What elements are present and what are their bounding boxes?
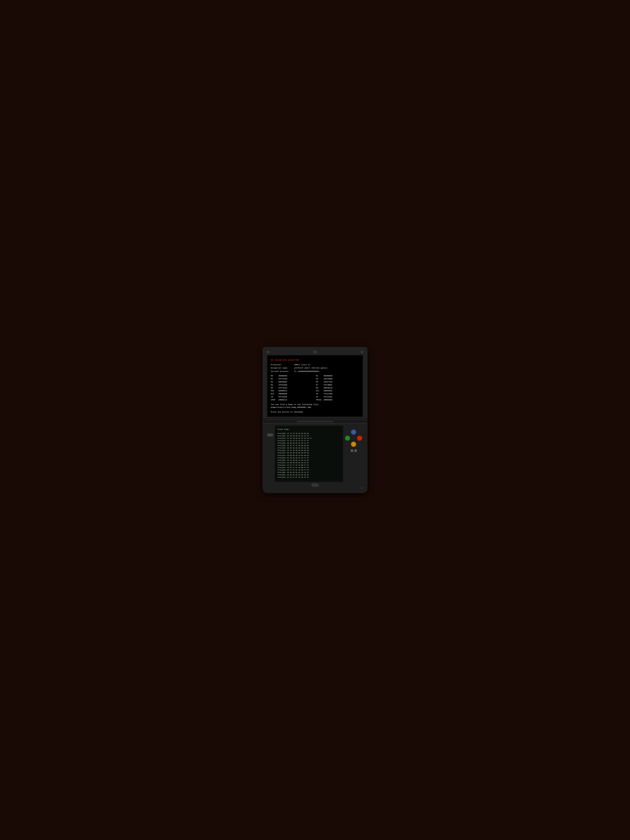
reg-name: R10 bbox=[271, 390, 277, 393]
stack-bytes: 4C 5C F7 FF 00 00 00 00 bbox=[287, 445, 309, 447]
3ds-console: An exception occurred Processor: ARM11 (… bbox=[262, 347, 368, 493]
reg-name: R9 bbox=[316, 387, 322, 390]
reg-value: 00000002 bbox=[324, 390, 332, 393]
reg-name: R0 bbox=[271, 375, 277, 377]
stack-row: FF411D08: 04 41 0B EE 1C 60 13 EE bbox=[278, 459, 340, 462]
stack-row: FF411CC0: FF 6F 00 00 A4 24 85 F9 FF bbox=[278, 437, 340, 440]
register-row: LRFFF23D18 bbox=[271, 396, 314, 399]
stack-bytes: 01 00 00 00 4C 5C F7 FF bbox=[287, 457, 309, 459]
processor-label: Processor: bbox=[271, 363, 293, 366]
stack-address: FF411CE0: bbox=[278, 447, 286, 449]
reg-name: R5 bbox=[316, 381, 322, 384]
register-row: R61FF82690 bbox=[271, 384, 314, 387]
stack-address: FF411CD0: bbox=[278, 442, 286, 444]
reg-value: A0000113 bbox=[278, 399, 287, 402]
reg-name: R11 bbox=[316, 390, 322, 393]
stack-address: FF411CC0: bbox=[278, 437, 286, 439]
processor-line: Processor: ARM11 (core 1) bbox=[271, 363, 359, 366]
stack-address: FF411D40: bbox=[278, 477, 286, 478]
l-button[interactable] bbox=[267, 434, 273, 436]
exception-value: prefetch abort (kernel panic) bbox=[294, 367, 327, 369]
right-controls bbox=[345, 425, 363, 452]
stack-bytes: 1D 75 F6 04 02 00 00 00 bbox=[287, 433, 309, 434]
stack-bytes: 80 E0 D4 EE 00 00 00 00 bbox=[287, 474, 309, 476]
stack-row: FF411D38: 80 E0 D4 EE 00 00 00 00 bbox=[278, 474, 340, 476]
bottom-housing: Stack dump: FF411CB0: 1D 75 F6 04 02 00 … bbox=[262, 423, 368, 493]
reg-value: FFF7BB5C bbox=[324, 384, 332, 387]
stack-row: FF411CE8: C0 73 1D 08 06 00 00 00 bbox=[278, 449, 340, 452]
exception-label: Exception type: bbox=[271, 367, 293, 370]
stack-bytes: 4C 5C F7 FF 5C BB F7 FF bbox=[287, 464, 309, 466]
register-row: R9084CB128 bbox=[316, 387, 359, 390]
reg-value: 00000000 bbox=[278, 375, 287, 377]
stack-bytes: 30 5C F7 FF 40 BB F7 FF bbox=[287, 467, 309, 469]
error-title: An exception occurred bbox=[271, 358, 359, 362]
register-row: FPEXC00000000 bbox=[316, 399, 359, 402]
stack-bytes: C0 73 1D 08 06 00 00 00 bbox=[287, 450, 309, 451]
register-row: PCFFF1C85C bbox=[316, 396, 359, 399]
reg-name: CPSR bbox=[271, 399, 277, 402]
reg-value: FFF75C68 bbox=[278, 378, 287, 381]
reg-value: FFF75C4C bbox=[278, 387, 287, 390]
stack-bytes: 01 00 00 00 9C 01 F2 FF bbox=[287, 435, 309, 437]
stack-address: FF411D10: bbox=[278, 462, 286, 464]
stack-row: FF411D30: 03 00 00 00 84 1D 41 FF bbox=[278, 471, 340, 474]
register-row: R100000000 bbox=[316, 375, 359, 377]
reg-value: 00000000 bbox=[324, 399, 332, 402]
reg-value: 00000014 bbox=[278, 390, 287, 393]
stack-address: FF411CC8: bbox=[278, 440, 286, 442]
reg-value: FF411CB0 bbox=[324, 393, 332, 396]
stack-bytes: 03 00 00 00 84 1D 41 FF bbox=[287, 472, 309, 473]
register-row: R504F6751D bbox=[316, 381, 359, 384]
stack-address: FF411D28: bbox=[278, 469, 286, 471]
stack-rows: FF411CB0: 1D 75 F6 04 02 00 00 00FF411CB… bbox=[278, 432, 340, 478]
stack-bytes: 5C E1 F2 FF 20 36 F2 FF bbox=[287, 477, 309, 478]
register-row: R1000000014 bbox=[271, 390, 314, 393]
bottom-lcd-screen: Stack dump: FF411CB0: 1D 75 F6 04 02 00 … bbox=[275, 425, 343, 482]
home-button[interactable] bbox=[311, 483, 319, 486]
stack-row: FF411CD0: 00 00 00 00 18 1D 41 FF bbox=[278, 442, 340, 444]
bottom-buttons-row bbox=[266, 483, 364, 486]
reg-value: 00000004 bbox=[278, 381, 287, 384]
stack-address: FF411CB8: bbox=[278, 435, 286, 437]
small-btn-2[interactable] bbox=[354, 449, 357, 452]
y-button[interactable] bbox=[345, 436, 350, 441]
register-row: CPSRA0000113 bbox=[271, 399, 314, 402]
register-row: R000000000 bbox=[271, 375, 314, 377]
small-btn-1[interactable] bbox=[351, 449, 354, 452]
stack-row: FF411D18: 4C 5C F7 FF 5C BB F7 FF bbox=[278, 464, 340, 466]
stack-address: FF411D08: bbox=[278, 459, 286, 461]
stack-bytes: 00 00 00 00 00 00 00 00 bbox=[287, 452, 309, 454]
reg-name: LR bbox=[271, 396, 277, 399]
dump-path: dumps/arm11/crash_dump_00000001.dmp bbox=[271, 406, 359, 409]
stack-row: FF411CB0: 1D 75 F6 04 02 00 00 00 bbox=[278, 432, 340, 435]
reg-name: R2 bbox=[271, 378, 277, 381]
register-row: R400000004 bbox=[271, 381, 314, 384]
top-housing: An exception occurred Processor: ARM11 (… bbox=[262, 347, 368, 420]
reg-value: 04F6751D bbox=[324, 381, 332, 384]
stack-bytes: 02 00 00 00 80 26 F8 1F bbox=[287, 462, 309, 464]
center-camera bbox=[314, 351, 316, 354]
x-button[interactable] bbox=[351, 429, 356, 435]
press-message: Press any button to shutdown bbox=[271, 411, 359, 414]
stack-row: FF411D20: 30 5C F7 FF 40 BB F7 FF bbox=[278, 466, 340, 469]
bottom-screen-area: Stack dump: FF411CB0: 1D 75 F6 04 02 00 … bbox=[266, 425, 364, 482]
stack-row: FF411D10: 02 00 00 00 80 26 F8 1F bbox=[278, 462, 340, 464]
register-row: R1200000000 bbox=[271, 393, 314, 396]
stack-row: FF411D28: 80 27 F8 1F 20 D0 F7 FF bbox=[278, 469, 340, 471]
stack-bytes: C4 1C 41 FF 4C 5C F7 FF bbox=[287, 440, 309, 442]
reg-name: R1 bbox=[316, 375, 322, 377]
top-lcd-screen: An exception occurred Processor: ARM11 (… bbox=[267, 355, 363, 417]
stack-address: FF411D30: bbox=[278, 472, 286, 473]
abxy-cluster bbox=[345, 429, 363, 447]
reg-value: 1FF82690 bbox=[278, 384, 287, 387]
a-button[interactable] bbox=[357, 436, 362, 441]
stack-bytes: 80 27 F8 1F 20 D0 F7 FF bbox=[287, 469, 309, 471]
stack-bytes: 04 41 0B EE 1C 60 13 EE bbox=[287, 459, 309, 461]
exception-line: Exception type: prefetch abort (kernel p… bbox=[271, 367, 359, 370]
camera-row bbox=[267, 351, 363, 354]
reg-name: PC bbox=[316, 396, 322, 399]
stack-address: FF411D38: bbox=[278, 474, 286, 476]
stack-bytes: FF 6F 00 00 A4 24 85 F9 FF bbox=[287, 437, 312, 439]
b-button[interactable] bbox=[351, 442, 356, 447]
